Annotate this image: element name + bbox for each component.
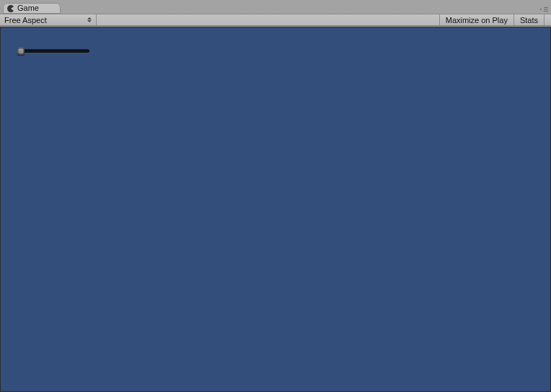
maximize-on-play-button[interactable]: Maximize on Play (439, 14, 513, 25)
gizmos-slot[interactable] (544, 14, 551, 25)
svg-rect-1 (544, 9, 548, 10)
tab-strip: Game (0, 0, 551, 14)
stats-label: Stats (520, 16, 538, 24)
tab-label: Game (17, 3, 39, 14)
svg-rect-2 (544, 11, 548, 12)
horizontal-slider[interactable] (19, 48, 91, 55)
pacman-icon (7, 5, 14, 12)
svg-rect-0 (544, 7, 548, 8)
aspect-dropdown[interactable]: Free Aspect (0, 14, 97, 25)
game-tab[interactable]: Game (3, 3, 61, 14)
slider-track (20, 50, 89, 53)
stats-button[interactable]: Stats (513, 14, 544, 25)
svg-point-3 (540, 9, 542, 10)
updown-icon (87, 17, 92, 24)
slider-thumb[interactable] (18, 48, 25, 55)
aspect-dropdown-label: Free Aspect (4, 16, 47, 24)
game-viewport[interactable] (0, 27, 551, 392)
game-toolbar: Free Aspect Maximize on Play Stats (0, 14, 551, 26)
maximize-on-play-label: Maximize on Play (446, 16, 508, 24)
toolbar-spacer (97, 14, 439, 25)
panel-options-icon[interactable] (539, 7, 548, 12)
game-window: Game Free Aspect Maximize on Play Stats (0, 0, 551, 392)
